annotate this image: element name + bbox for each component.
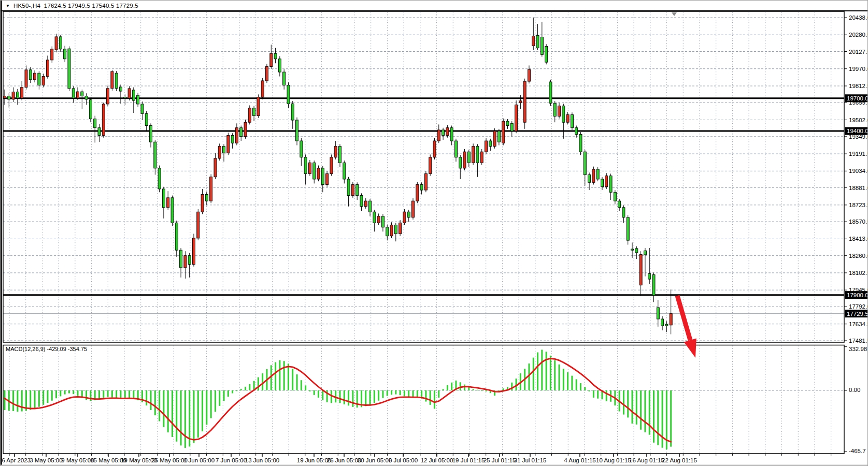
price-axis-label: 18102.5 [849,270,868,276]
bear-candle [300,141,303,157]
date-axis-label: 3 May 05:00 [30,457,62,463]
bear-candle [553,103,556,116]
bull-candle [480,152,483,163]
bear-candle [652,275,655,296]
bull-candle [167,198,169,208]
bear-candle [657,308,659,319]
bear-candle [321,168,324,185]
price-axis-label: 18413.0 [849,236,868,242]
price-tag-label: 17900.0 [847,292,868,298]
bull-candle [34,73,36,80]
bear-candle [291,104,294,120]
bear-candle [85,96,88,99]
bull-candle [107,89,109,104]
bull-candle [102,104,105,136]
bear-candle [614,192,616,201]
bear-candle [562,106,565,123]
bull-candle [210,177,212,201]
bull-candle [639,255,642,285]
bull-candle [566,114,569,122]
bull-candle [330,157,333,174]
bear-candle [115,73,118,89]
bear-candle [489,141,492,147]
bear-candle [601,179,603,187]
bull-candle [265,67,268,81]
bull-candle [528,69,530,81]
bull-candle [201,194,204,212]
bear-candle [154,142,156,168]
bull-candle [21,88,23,98]
bear-candle [407,212,410,217]
macd-axis-label: 0.00 [849,387,860,393]
bull-candle [424,173,427,190]
macd-histogram [4,350,672,449]
bull-candle [214,158,217,177]
bear-candle [343,163,346,179]
bear-candle [596,169,599,179]
bear-candle [158,168,161,189]
bull-candle [493,131,496,147]
bull-candle [437,130,440,141]
bear-candle [394,225,397,234]
bull-candle [184,256,187,268]
bear-candle [72,89,75,98]
date-axis-label: 25 May 05:00 [151,457,188,463]
bull-candle [235,128,238,143]
price-axis-label: 17792.0 [849,303,868,310]
price-axis-label: 17634.5 [849,321,868,327]
date-axis[interactable]: 26 Apr 20233 May 05:009 May 05:0015 May … [1,454,831,463]
bear-candle [510,123,513,131]
bear-candle [386,227,389,236]
bull-candle [519,101,522,103]
bear-candle [450,128,453,141]
bear-candle [442,130,445,136]
bear-candle [29,70,32,80]
price-axis-label: 19970.0 [849,66,868,72]
bear-candle [338,147,341,163]
macd-axis: 332.980.00-465.7 [844,346,867,454]
date-axis-label: 30 Jun 05:00 [358,457,392,463]
bear-candle [8,96,10,99]
price-axis-label: 19191.5 [849,151,868,157]
date-axis-label: 12 Jul 05:00 [421,457,453,463]
mt4-chart-window: ▼ HK50-,H4 17624.5 17949.5 17540.5 17729… [0,0,868,466]
date-axis-label: 6 Jul 05:00 [389,457,418,463]
date-axis-label: 10 Aug 01:15 [596,457,631,463]
bear-candle [313,163,316,179]
bear-candle [119,87,122,91]
date-axis-label: 19 Jun 05:00 [297,457,332,463]
bear-candle [545,47,548,63]
bull-candle [446,128,449,136]
date-axis-label: 19 Jul 01:15 [452,457,485,463]
bull-candle [605,176,608,187]
bear-candle [575,128,578,135]
bull-candle [270,53,273,66]
bull-candle [472,147,475,163]
bear-candle [360,196,363,207]
bear-candle [124,97,126,98]
price-axis-label: 18260.0 [849,253,868,259]
chart-canvas[interactable]: 20438.020280.520127.519970.019812.519659… [1,1,868,466]
bear-candle [145,113,148,125]
bear-candle [588,175,591,183]
bear-candle [283,72,286,85]
price-axis-label: 19812.5 [849,83,868,89]
price-axis-label: 18881.0 [849,185,868,191]
bear-candle [278,59,281,72]
bear-candle [665,324,668,326]
bear-candle [162,189,165,208]
date-axis-label: 25 Jul 01:15 [483,457,516,463]
bear-candle [180,250,182,268]
bull-candle [326,173,329,184]
bear-candle [231,136,234,143]
grid-layer [3,12,844,454]
bull-candle [433,141,436,157]
bear-candle [223,147,225,153]
bear-candle [497,131,500,142]
chart-shift-marker [672,12,677,16]
bear-candle [381,216,384,227]
bear-candle [584,152,586,174]
bear-candle [476,147,479,163]
price-axis[interactable]: 20438.020280.520127.519970.019812.519659… [844,14,868,344]
price-axis-label: 18570.5 [849,219,868,225]
